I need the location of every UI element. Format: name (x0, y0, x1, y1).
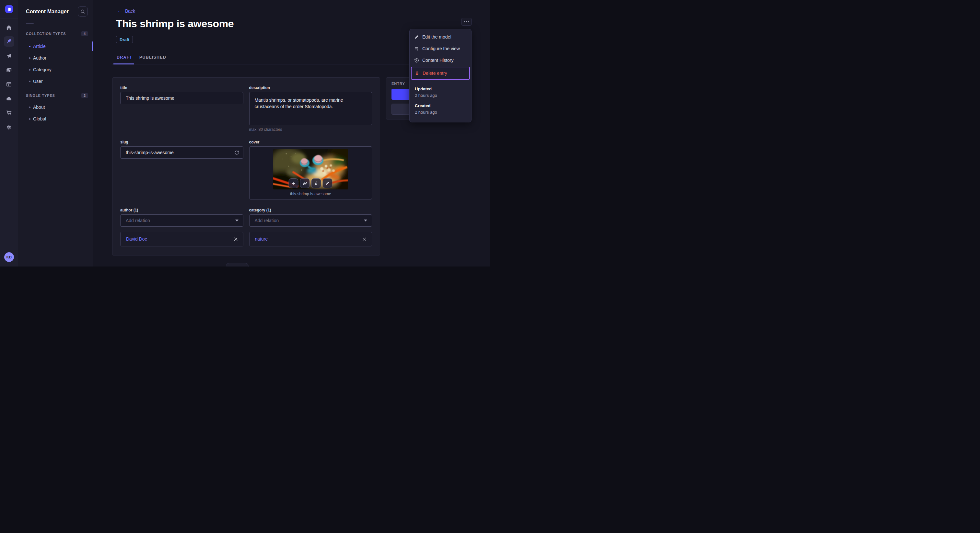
chevron-down-icon (364, 219, 367, 222)
menu-item-content-history[interactable]: Content History (410, 54, 471, 66)
add-media-button[interactable] (289, 178, 299, 188)
sidebar-settings-icon[interactable] (4, 122, 14, 132)
bullet-icon (29, 46, 30, 47)
description-textarea[interactable]: Mantis shrimps, or stomatopods, are mari… (249, 92, 372, 125)
entry-meta: Updated 2 hours ago Created 2 hours ago (410, 81, 471, 122)
back-arrow-icon: ← (117, 8, 123, 14)
created-value: 2 hours ago (415, 109, 466, 116)
more-actions-menu: Edit the model Configure the view Conten… (409, 29, 471, 122)
tab-draft[interactable]: DRAFT (117, 55, 132, 60)
refresh-icon (234, 150, 239, 155)
description-hint: max. 80 characters (249, 127, 372, 132)
cover-image (273, 149, 348, 189)
cover-filename: this-shrimp-is-awesome (290, 192, 331, 196)
sidebar-item-author[interactable]: Author (18, 52, 93, 64)
field-description: description Mantis shrimps, or stomatopo… (249, 86, 372, 132)
created-label: Created (415, 103, 466, 109)
remove-category-relation-button[interactable] (362, 237, 366, 241)
bullet-icon (29, 57, 30, 59)
cover-media-box: this-shrimp-is-awesome (249, 146, 372, 200)
copy-link-button[interactable] (300, 178, 310, 188)
single-types-count-badge: 2 (81, 93, 88, 98)
sidebar-marketplace-icon[interactable] (4, 108, 14, 118)
divider (26, 23, 34, 24)
sidebar-title: Content Manager (26, 9, 69, 14)
bullet-icon (29, 81, 30, 82)
sidebar-content-manager-icon[interactable] (4, 36, 14, 47)
menu-item-configure-view[interactable]: Configure the view (410, 43, 471, 54)
icon-sidebar: KD (0, 0, 18, 266)
strapi-admin-app: KD Content Manager COLLECTION TYPES 4 Ar… (0, 0, 490, 266)
category-relation-combobox[interactable]: Add relation (249, 214, 372, 227)
close-icon (362, 237, 366, 241)
configure-list-icon (414, 46, 419, 51)
remove-author-relation-button[interactable] (234, 237, 238, 241)
divider (0, 18, 18, 19)
bullet-icon (29, 106, 30, 108)
category-relation-link[interactable]: nature (255, 236, 268, 241)
scroll-peek-pill (226, 263, 248, 266)
history-clock-icon (414, 58, 419, 63)
search-icon (80, 9, 85, 14)
active-tab-underline (113, 63, 134, 65)
pencil-icon (414, 35, 419, 40)
sidebar-item-global[interactable]: Global (18, 113, 93, 125)
chevron-down-icon (235, 219, 239, 222)
sidebar-item-article[interactable]: Article (18, 40, 93, 52)
category-label: category (1) (249, 208, 372, 213)
active-indicator (92, 41, 93, 51)
sidebar-item-user[interactable]: User (18, 75, 93, 87)
search-button[interactable] (78, 6, 88, 16)
delete-media-button[interactable] (312, 178, 321, 188)
collection-types-list: Article Author Category User (18, 40, 93, 87)
sidebar-content-type-builder-icon[interactable] (4, 79, 14, 89)
user-avatar[interactable]: KD (4, 252, 14, 262)
slug-input[interactable] (120, 146, 243, 159)
collection-types-header: COLLECTION TYPES 4 (18, 31, 93, 36)
field-category: category (1) Add relation nature (249, 208, 372, 246)
bullet-icon (29, 69, 30, 71)
field-title: title (120, 86, 243, 104)
sidebar-home-icon[interactable] (4, 22, 14, 32)
updated-label: Updated (415, 86, 466, 92)
sidebar-media-library-icon[interactable] (4, 65, 14, 75)
field-author: author (1) Add relation David Doe (120, 208, 243, 246)
sidebar-item-category[interactable]: Category (18, 64, 93, 75)
more-actions-button[interactable] (461, 18, 471, 25)
pencil-icon (325, 181, 330, 186)
link-icon (302, 181, 307, 186)
page-title: This shrimp is awesome (116, 18, 234, 30)
sidebar-item-about[interactable]: About (18, 102, 93, 113)
close-icon (234, 237, 238, 241)
single-types-header: SINGLE TYPES 2 (18, 93, 93, 98)
category-relation-item: nature (249, 232, 372, 246)
tab-published[interactable]: PUBLISHED (139, 55, 166, 60)
strapi-logo-icon (5, 5, 13, 13)
single-types-list: About Global (18, 102, 93, 125)
bullet-icon (29, 118, 30, 120)
status-badge: Draft (116, 36, 133, 43)
menu-item-delete-entry[interactable]: Delete entry (411, 67, 470, 80)
back-link[interactable]: ← Back (117, 8, 135, 14)
updated-value: 2 hours ago (415, 92, 466, 99)
field-slug: slug (120, 140, 243, 159)
plus-icon (291, 181, 296, 186)
title-label: title (120, 86, 243, 90)
cover-actions (289, 178, 332, 188)
trash-icon (314, 181, 318, 186)
description-label: description (249, 86, 372, 90)
menu-item-edit-model[interactable]: Edit the model (410, 31, 471, 43)
regenerate-slug-button[interactable] (234, 150, 239, 155)
author-relation-item: David Doe (120, 232, 243, 246)
author-relation-combobox[interactable]: Add relation (120, 214, 243, 227)
edit-form-panel: title description Mantis shrimps, or sto… (112, 78, 380, 255)
sidebar-deploy-icon[interactable] (4, 51, 14, 61)
content-manager-sidebar: Content Manager COLLECTION TYPES 4 Artic… (18, 0, 93, 266)
author-relation-link[interactable]: David Doe (126, 236, 147, 241)
slug-label: slug (120, 140, 243, 144)
title-input[interactable] (120, 92, 243, 104)
field-cover: cover (249, 140, 372, 200)
sidebar-cloud-icon[interactable] (4, 93, 14, 104)
strapi-logo[interactable] (5, 5, 13, 13)
edit-media-button[interactable] (323, 178, 332, 188)
